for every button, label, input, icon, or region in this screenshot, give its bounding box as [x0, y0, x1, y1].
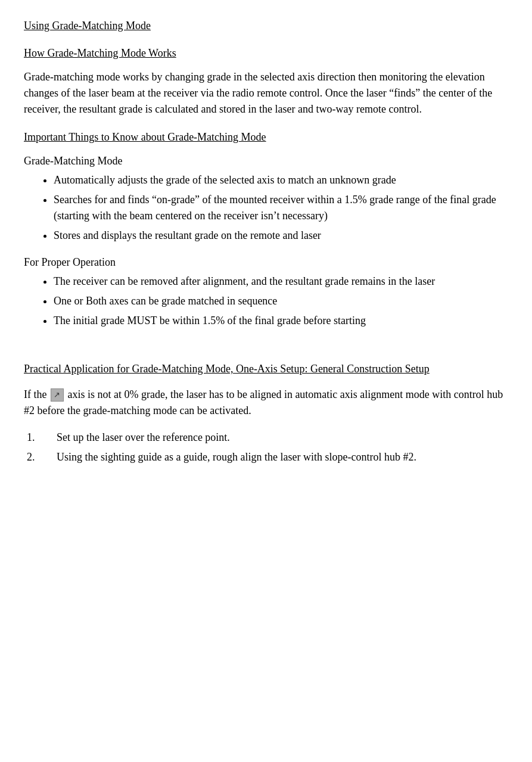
- section2-heading: Important Things to Know about Grade-Mat…: [24, 129, 508, 145]
- list-item: 2. Using the sighting guide as a guide, …: [24, 449, 508, 465]
- list-item: 1. Set up the laser over the reference p…: [24, 430, 508, 446]
- list-item: The receiver can be removed after alignm…: [54, 273, 508, 290]
- section1-body: Grade-matching mode works by changing gr…: [24, 69, 508, 117]
- main-heading: Using Grade-Matching Mode: [24, 18, 508, 33]
- section3-heading: Practical Application for Grade-Matching…: [24, 361, 508, 377]
- proper-operation-label: For Proper Operation: [24, 254, 508, 270]
- list-item: Automatically adjusts the grade of the s…: [54, 172, 508, 188]
- grade-matching-mode-label: Grade-Matching Mode: [24, 153, 508, 169]
- para-text-before: If the: [24, 388, 46, 400]
- section3-paragraph: If the axis is not at 0% grade, the lase…: [24, 387, 508, 419]
- step-number: 2.: [24, 449, 57, 465]
- step-number: 1.: [24, 430, 57, 446]
- numbered-steps: 1. Set up the laser over the reference p…: [24, 430, 508, 465]
- section1-heading: How Grade-Matching Mode Works: [24, 45, 508, 61]
- list-item: Searches for and finds “on-grade” of the…: [54, 192, 508, 224]
- axis-icon: [51, 388, 64, 402]
- list-item: One or Both axes can be grade matched in…: [54, 293, 508, 309]
- step-text: Using the sighting guide as a guide, rou…: [57, 449, 508, 465]
- list-item: The initial grade MUST be within 1.5% of…: [54, 313, 508, 329]
- bullets-grade-matching: Automatically adjusts the grade of the s…: [24, 172, 508, 244]
- list-item: Stores and displays the resultant grade …: [54, 228, 508, 244]
- para-text-after: axis is not at 0% grade, the laser has t…: [24, 388, 503, 416]
- bullets-proper-operation: The receiver can be removed after alignm…: [24, 273, 508, 329]
- step-text: Set up the laser over the reference poin…: [57, 430, 508, 446]
- page-content: Using Grade-Matching Mode How Grade-Matc…: [24, 18, 508, 465]
